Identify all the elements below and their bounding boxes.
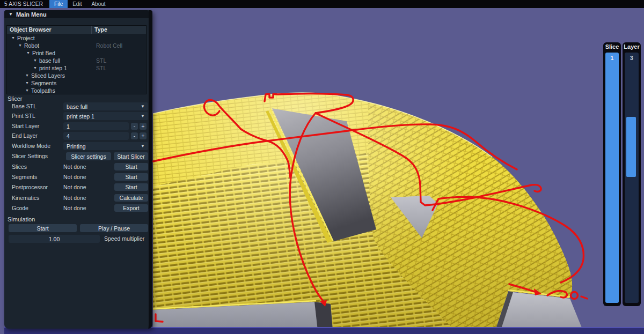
postprocessor-label: Postprocessor (12, 184, 48, 190)
tree-item-sliced-layers[interactable]: ▼Sliced Layers (7, 72, 146, 79)
simulation-start-button[interactable]: Start (9, 224, 77, 232)
layer-panel-title: Layer (623, 43, 641, 50)
slices-status: Not done (63, 164, 86, 170)
base-stl-label: Base STL (12, 103, 36, 109)
slice-panel-title: Slice (603, 43, 621, 50)
tree-item-print-step-1[interactable]: ▼print step 1STL (7, 64, 146, 71)
tree-collapse-icon[interactable]: ▼ (25, 73, 29, 77)
tree-collapse-icon[interactable]: ▼ (11, 36, 15, 40)
start-layer-minus-button[interactable]: - (131, 123, 138, 130)
tree-item-project[interactable]: ▼Project (7, 34, 146, 41)
tree-collapse-icon[interactable]: ▼ (25, 81, 29, 85)
slicer-section-title: Slicer (8, 95, 23, 102)
object-browser-header: Object Browser Type (7, 26, 146, 34)
kinematics-calculate-button[interactable]: Calculate (114, 194, 148, 202)
slice-value: 1 (605, 55, 619, 61)
play-pause-button[interactable]: Play / Pause (80, 224, 148, 232)
main-menu-title: Main Menu (16, 11, 47, 18)
kinematics-status: Not done (63, 195, 86, 201)
tree-item-toolpaths[interactable]: ▼Toolpaths (7, 87, 146, 94)
slicer-settings-label: Slicer Settings (12, 153, 48, 159)
tree-collapse-icon[interactable]: ▼ (18, 43, 22, 47)
tree-item-robot[interactable]: ▼RobotRobot Cell (7, 42, 146, 49)
workflow-mode-dropdown[interactable]: Printing ▼ (63, 142, 148, 150)
end-layer-label: End Layer (12, 132, 38, 139)
start-layer-label: Start Layer (12, 123, 39, 129)
start-slicer-button[interactable]: Start Slicer (114, 152, 148, 160)
slice-panel: Slice 1 (603, 42, 621, 306)
end-layer-plus-button[interactable]: + (140, 132, 147, 139)
object-browser: Object Browser Type ▼Project ▼RobotRobot… (6, 25, 147, 94)
base-stl-dropdown[interactable]: base full ▼ (63, 102, 148, 110)
end-layer-input[interactable]: 4 (63, 132, 129, 140)
tree-item-print-bed[interactable]: ▼Print Bed (7, 49, 146, 56)
chevron-down-icon: ▼ (141, 144, 145, 149)
slices-start-button[interactable]: Start (114, 163, 148, 170)
chevron-down-icon: ▼ (141, 104, 145, 109)
tree-collapse-icon[interactable]: ▼ (33, 66, 37, 70)
simulation-section-title: Simulation (8, 216, 35, 222)
postprocessor-start-button[interactable]: Start (114, 183, 148, 191)
kinematics-label: Kinematics (12, 195, 39, 201)
tree-item-base-full[interactable]: ▼base fullSTL (7, 57, 146, 64)
menu-about[interactable]: About (86, 0, 110, 8)
layer-slider[interactable]: 3 (625, 53, 639, 303)
column-object-browser: Object Browser (10, 26, 52, 33)
main-menu-panel: ▼ Main Menu Object Browser Type ▼Project… (4, 10, 152, 329)
start-layer-plus-button[interactable]: + (140, 123, 147, 130)
menu-file[interactable]: File (49, 0, 68, 8)
gcode-status: Not done (63, 205, 86, 211)
menu-edit[interactable]: Edit (68, 0, 86, 8)
slicer-settings-button[interactable]: Slicer settings (66, 152, 111, 160)
segments-label: Segments (12, 174, 37, 180)
layer-value: 3 (625, 55, 639, 61)
column-divider (91, 26, 92, 34)
print-stl-label: Print STL (12, 113, 35, 119)
start-layer-input[interactable]: 1 (63, 122, 129, 130)
workflow-mode-label: Workflow Mode (12, 143, 50, 149)
speed-multiplier-input[interactable]: 1.00 (9, 235, 100, 243)
layer-panel: Layer 3 (623, 42, 641, 306)
end-layer-minus-button[interactable]: - (131, 132, 138, 139)
segments-status: Not done (63, 174, 86, 180)
postprocessor-status: Not done (63, 184, 86, 190)
collapse-triangle-icon: ▼ (9, 12, 13, 17)
main-menu-header[interactable]: ▼ Main Menu (4, 10, 149, 18)
tree-collapse-icon[interactable]: ▼ (25, 88, 29, 92)
speed-multiplier-label: Speed multiplier (104, 235, 144, 242)
tree-item-segments[interactable]: ▼Segments (7, 79, 146, 86)
column-type: Type (94, 26, 107, 33)
menu-bar: 5 AXIS SLICER File Edit About (0, 0, 644, 8)
layer-slider-thumb[interactable] (626, 117, 636, 177)
app-title: 5 AXIS SLICER (4, 1, 43, 7)
chevron-down-icon: ▼ (141, 114, 145, 118)
tree-collapse-icon[interactable]: ▼ (26, 51, 30, 55)
gcode-export-button[interactable]: Export (114, 204, 148, 212)
slice-slider[interactable]: 1 (605, 53, 619, 303)
gcode-label: Gcode (12, 205, 28, 211)
tree-collapse-icon[interactable]: ▼ (33, 58, 37, 62)
print-stl-dropdown[interactable]: print step 1 ▼ (63, 112, 148, 120)
segments-start-button[interactable]: Start (114, 173, 148, 181)
slices-label: Slices (12, 164, 27, 170)
